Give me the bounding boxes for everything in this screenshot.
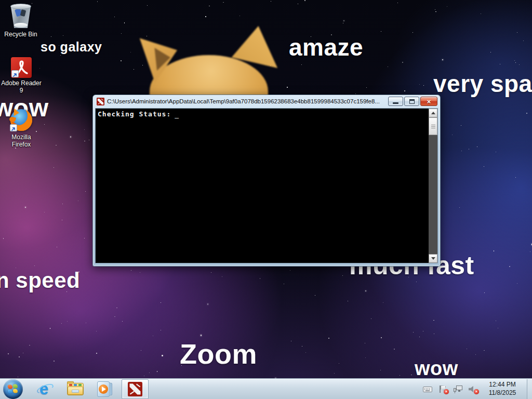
minimize-icon: [393, 102, 398, 104]
windows-flag-icon: [8, 384, 18, 394]
mute-badge-icon: ×: [474, 389, 479, 394]
scrollbar[interactable]: [429, 109, 437, 263]
close-icon: ×: [427, 98, 431, 105]
start-button[interactable]: [3, 379, 23, 399]
taskbar-item-windows-explorer[interactable]: [60, 379, 90, 399]
doge-head: [136, 26, 280, 96]
wallpaper-caption-wow-bottom: wow: [415, 357, 458, 380]
firefox-icon: [9, 108, 33, 132]
wallpaper-caption-very-space: very spac: [433, 70, 532, 98]
up-arrow-icon: [431, 112, 435, 114]
folder-icon: [67, 383, 84, 395]
wallpaper-caption-zoom: Zoom: [180, 338, 257, 370]
minimize-button[interactable]: [388, 97, 403, 106]
maximize-button[interactable]: [404, 97, 419, 106]
wallpaper-caption-so-galaxy: so galaxy: [41, 39, 102, 55]
internet-explorer-icon: e: [37, 381, 54, 397]
close-button[interactable]: ×: [420, 97, 437, 106]
desktop-icon-firefox[interactable]: Mozilla Firefox: [1, 108, 42, 149]
console-window: C:\Users\Administrator\AppData\Local\Tem…: [92, 95, 441, 267]
taskbar: e ×: [0, 379, 532, 399]
taskbar-item-media-player[interactable]: [90, 379, 121, 399]
adobe-reader-icon: [11, 57, 32, 78]
desktop-icon-recycle-bin[interactable]: Recycle Bin: [0, 3, 42, 38]
console-text: Checking Status:: [98, 110, 171, 118]
volume-muted-icon[interactable]: ×: [468, 385, 477, 393]
window-title: C:\Users\Administrator\AppData\Local\Tem…: [107, 98, 386, 104]
action-center-icon[interactable]: ×: [438, 385, 447, 393]
desktop-icon-adobe-reader[interactable]: Adobe Reader 9: [1, 57, 42, 95]
grip-icon: [431, 125, 435, 128]
dota2-icon: [128, 382, 142, 396]
keyboard-input-icon[interactable]: [423, 385, 432, 393]
network-icon[interactable]: [453, 385, 462, 393]
error-badge-icon: ×: [444, 389, 449, 394]
dota2-icon: [97, 98, 104, 105]
system-tray: × × 12:44 PM 11/8/2025: [423, 381, 527, 397]
scrollbar-thumb[interactable]: [429, 117, 437, 135]
desktop-icon-label: Mozilla Firefox: [7, 134, 36, 149]
wallpaper-caption-amaze: amaze: [289, 33, 363, 61]
clock-time: 12:44 PM: [483, 381, 522, 389]
desktop-icon-label: Adobe Reader 9: [1, 79, 42, 95]
media-player-icon: [97, 381, 114, 397]
recycle-bin-icon: [9, 3, 33, 29]
scroll-up-button[interactable]: [429, 109, 437, 117]
scroll-down-button[interactable]: [429, 254, 437, 263]
shortcut-arrow-icon: [11, 70, 19, 77]
desktop-icon-label: Recycle Bin: [0, 31, 42, 38]
maximize-icon: [409, 99, 415, 104]
scrollbar-track[interactable]: [429, 135, 437, 254]
console-output[interactable]: Checking Status:_: [96, 109, 429, 263]
window-titlebar[interactable]: C:\Users\Administrator\AppData\Local\Tem…: [93, 95, 440, 108]
show-desktop-button[interactable]: [527, 379, 532, 399]
console-cursor: _: [175, 111, 179, 118]
taskbar-item-dota2-active[interactable]: [122, 379, 149, 399]
shortcut-arrow-icon: [10, 124, 17, 131]
wallpaper-caption-n-speed: n speed: [0, 268, 80, 293]
taskbar-clock[interactable]: 12:44 PM 11/8/2025: [483, 381, 523, 397]
down-arrow-icon: [431, 257, 435, 260]
taskbar-item-internet-explorer[interactable]: e: [30, 379, 60, 399]
clock-date: 11/8/2025: [483, 389, 522, 397]
